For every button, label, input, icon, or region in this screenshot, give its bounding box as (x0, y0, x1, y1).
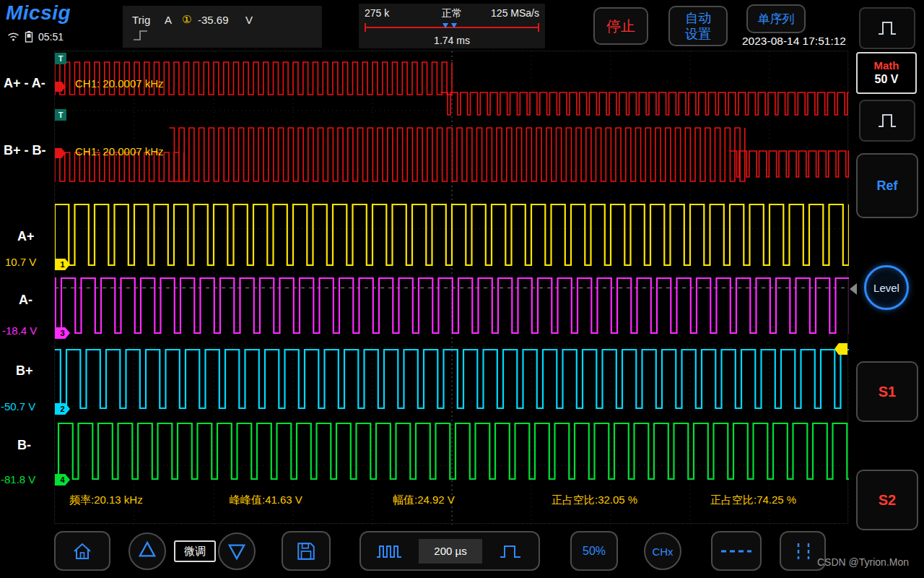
auto-setup-label-line1: 自动 (685, 10, 711, 27)
waveform-display[interactable]: CH1: 20.0007 kHz CH1: 20.0007 kHz TT1324… (54, 51, 848, 524)
watermark: CSDN @Tyrion.Mon (817, 556, 909, 568)
ref-label: Ref (876, 178, 897, 194)
s2-button[interactable]: S2 (856, 470, 918, 530)
trigger-time-marker-2[interactable]: T (55, 109, 66, 121)
cursors-icon (790, 542, 816, 561)
save-button[interactable] (282, 531, 331, 571)
trigger-channel: A (165, 14, 172, 26)
home-icon (71, 541, 94, 561)
fine-tune-label: 微调 (184, 545, 206, 558)
label-math-b[interactable]: B+ - B- (4, 143, 46, 158)
stop-button-label: 停止 (606, 17, 635, 36)
s1-button[interactable]: S1 (856, 361, 918, 422)
trace-math-a (55, 62, 849, 115)
fine-tune-badge[interactable]: 微调 (174, 540, 216, 562)
value-a-minus: -18.4 V (2, 324, 37, 337)
measurement-positive-duty-1: 正占空比:32.05 % (552, 493, 637, 507)
ref-channel-button[interactable]: Ref (856, 153, 918, 218)
time-window: 1.74 ms (359, 35, 545, 46)
trace-ch1-a-plus (55, 204, 849, 265)
s1-label: S1 (879, 384, 896, 400)
trigger-line-button[interactable] (711, 531, 762, 571)
acquisition-status-box[interactable]: 275 k 正常 125 MSa/s 1.74 ms (359, 4, 545, 48)
save-icon (296, 541, 316, 561)
fifty-percent-button[interactable]: 50% (570, 531, 618, 571)
pulse-icon (876, 19, 899, 38)
math-label: Math (874, 59, 899, 72)
zoom-in-wave-icon[interactable] (498, 543, 524, 560)
measurement-amplitude: 幅值:24.92 V (393, 493, 455, 507)
label-b-plus[interactable]: B+ (16, 363, 33, 379)
wifi-icon (7, 32, 19, 41)
s2-label: S2 (879, 492, 896, 509)
fifty-percent-label: 50% (583, 545, 606, 558)
measurement-frequency: 频率:20.13 kHz (69, 493, 143, 507)
waveform-canvas (55, 51, 849, 525)
sample-rate: 125 MSa/s (491, 7, 539, 19)
battery-icon (24, 30, 34, 43)
single-sequence-label: 单序列 (758, 11, 795, 27)
dashed-line-icon (718, 543, 754, 560)
oscilloscope-screen: Micsig 05:51 Trig A ① -35.69 V 275 k 正常 … (0, 0, 924, 578)
auto-setup-button[interactable]: 自动 设置 (668, 6, 728, 46)
math-channel-button[interactable]: Math 50 V (856, 52, 917, 94)
level-knob-label: Level (873, 282, 899, 294)
auto-setup-label-line2: 设置 (685, 26, 711, 43)
ch1-frequency-label-top: CH1: 20.0007 kHz (75, 77, 164, 90)
label-a-minus[interactable]: A- (19, 293, 32, 308)
clock: 05:51 (38, 31, 64, 43)
label-math-a[interactable]: A+ - A- (4, 76, 45, 91)
zoom-out-wave-icon[interactable] (375, 543, 403, 560)
value-a-plus: 10.7 V (5, 256, 36, 268)
rising-edge-icon (133, 29, 149, 42)
wave-shape-button-top[interactable] (859, 7, 915, 49)
label-a-plus[interactable]: A+ (17, 229, 35, 244)
record-timeline (365, 22, 539, 33)
value-b-plus: -50.7 V (1, 400, 35, 413)
ch1-frequency-label-bottom: CH1: 20.0007 kHz (75, 145, 164, 158)
trigger-level-unit: V (245, 14, 253, 26)
triangle-up-icon (130, 534, 165, 569)
stop-button[interactable]: 停止 (593, 7, 648, 45)
label-b-minus[interactable]: B- (17, 438, 31, 453)
channel-select-button[interactable]: CHx (644, 532, 681, 570)
timebase-value[interactable]: 200 µs (419, 539, 482, 564)
adjust-down-button[interactable] (218, 532, 256, 570)
level-knob[interactable]: Level (864, 265, 909, 310)
level-pointer-icon (850, 283, 857, 295)
math-scale-value: 50 V (875, 72, 899, 86)
home-button[interactable] (54, 531, 110, 571)
adjust-up-button[interactable] (128, 532, 166, 570)
measurement-positive-duty-2: 正占空比:74.25 % (710, 493, 796, 507)
pulse-icon (876, 111, 899, 130)
timebase-label: 200 µs (434, 545, 466, 557)
trace-math-b (55, 128, 849, 181)
datetime-display: 2023-08-14 17:51:12 (742, 35, 846, 48)
trigger-time-marker-1[interactable]: T (55, 53, 66, 64)
trace-ch3-a-minus (55, 278, 849, 333)
status-bar: 05:51 (7, 30, 64, 43)
trigger-status-box[interactable]: Trig A ① -35.69 V (123, 6, 322, 48)
trigger-level-value: -35.69 (198, 14, 229, 26)
channel-select-label: CHx (652, 545, 673, 558)
wave-shape-button-mid[interactable] (859, 100, 915, 142)
value-b-minus: -81.8 V (1, 473, 35, 486)
timebase-group: 200 µs (359, 531, 540, 571)
trigger-label: Trig (132, 14, 150, 26)
single-sequence-button[interactable]: 单序列 (746, 4, 806, 33)
measurement-peak-to-peak: 峰峰值:41.63 V (230, 493, 302, 507)
triangle-down-icon (219, 534, 254, 569)
trigger-source-badge: ① (182, 13, 191, 26)
brand-logo: Micsig (6, 1, 71, 25)
